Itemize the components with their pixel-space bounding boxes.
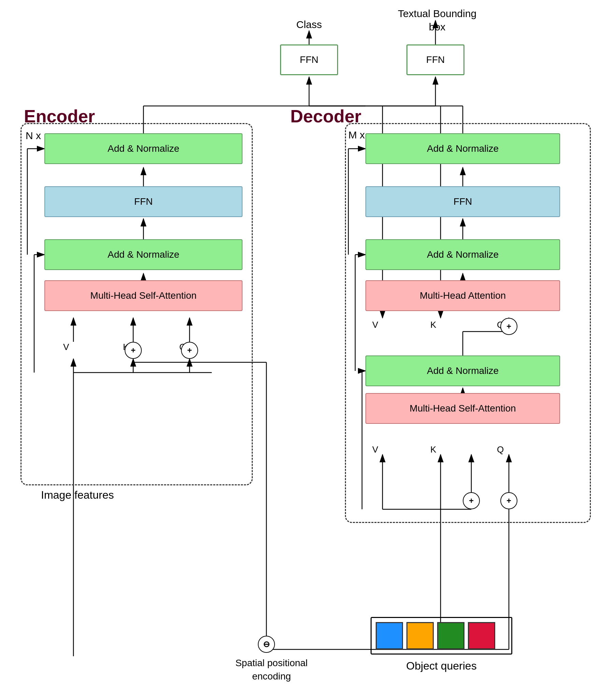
decoder-mhsa-k-plus: + xyxy=(463,492,480,509)
encoder-q-plus: + xyxy=(181,342,198,359)
decoder-q-label-1: Q xyxy=(497,444,504,455)
decoder-k-label-1: K xyxy=(430,444,436,455)
encoder-mhsa: Multi-Head Self-Attention xyxy=(44,280,242,311)
object-queries-box xyxy=(371,617,512,655)
ffn-bbox-box: FFN xyxy=(406,44,464,75)
decoder-v-label-1: V xyxy=(372,444,378,455)
decoder-v-label-2: V xyxy=(372,320,378,330)
encoder-ffn: FFN xyxy=(44,186,242,217)
encoder-add-normalize-2: Add & Normalize xyxy=(44,133,242,164)
decoder-dashed-box xyxy=(345,123,591,523)
decoder-k-label-2: K xyxy=(430,320,436,330)
encoder-add-normalize-1: Add & Normalize xyxy=(44,239,242,270)
spatial-encoding-label: Spatial positional encoding xyxy=(232,656,311,683)
decoder-mhsa: Multi-Head Self-Attention xyxy=(365,393,560,424)
decoder-add-normalize-3: Add & Normalize xyxy=(365,133,560,164)
object-queries-label: Object queries xyxy=(371,660,512,672)
spatial-encoding-circle: ⊖ xyxy=(258,636,275,653)
decoder-mhsa-q-plus: + xyxy=(500,492,517,509)
decoder-repeat-label: M x xyxy=(348,129,365,141)
decoder-mha-q-plus: + xyxy=(500,318,517,335)
encoder-k-plus: + xyxy=(125,342,142,359)
decoder-add-normalize-1: Add & Normalize xyxy=(365,355,560,386)
decoder-ffn: FFN xyxy=(365,186,560,217)
class-output-label: Class xyxy=(280,19,338,30)
encoder-repeat-label: N x xyxy=(26,130,41,142)
image-features-label: Image features xyxy=(41,489,114,501)
diagram: Encoder N x Add & Normalize FFN Add & No… xyxy=(0,0,611,700)
decoder-add-normalize-2: Add & Normalize xyxy=(365,239,560,270)
bbox-output-label: Textual Bounding box xyxy=(394,7,480,33)
ffn-class-box: FFN xyxy=(280,44,338,75)
encoder-v-label: V xyxy=(63,342,69,352)
decoder-mha: Multi-Head Attention xyxy=(365,280,560,311)
